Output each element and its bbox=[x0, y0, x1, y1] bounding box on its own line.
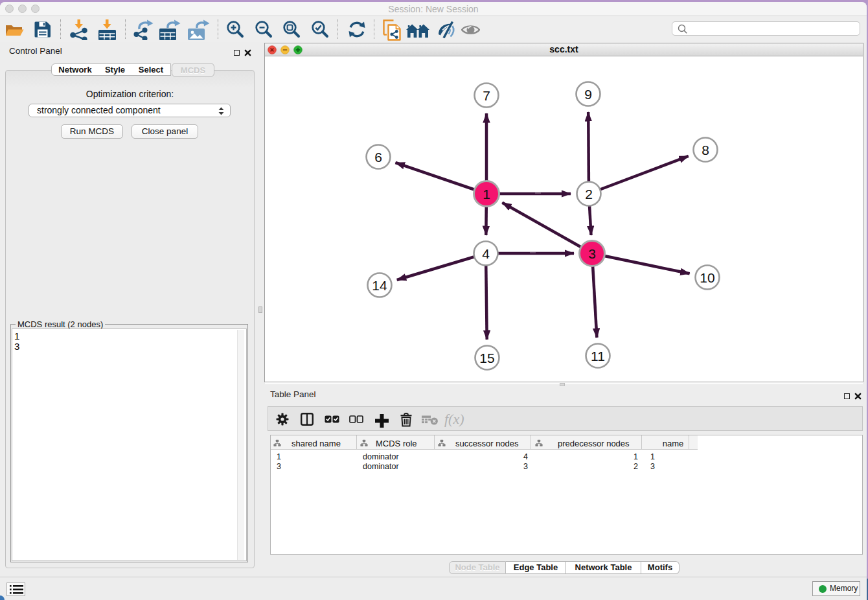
svg-text:4: 4 bbox=[482, 246, 490, 260]
svg-text:15: 15 bbox=[479, 350, 494, 365]
svg-text:11: 11 bbox=[591, 348, 605, 363]
svg-text:1: 1 bbox=[483, 186, 490, 201]
svg-text:6: 6 bbox=[374, 149, 382, 164]
svg-text:10: 10 bbox=[700, 270, 714, 284]
svg-text:2: 2 bbox=[585, 186, 593, 201]
svg-text:14: 14 bbox=[372, 277, 387, 292]
svg-text:9: 9 bbox=[584, 86, 592, 101]
svg-text:7: 7 bbox=[483, 87, 490, 102]
svg-text:3: 3 bbox=[588, 246, 596, 260]
svg-text:8: 8 bbox=[702, 142, 709, 157]
